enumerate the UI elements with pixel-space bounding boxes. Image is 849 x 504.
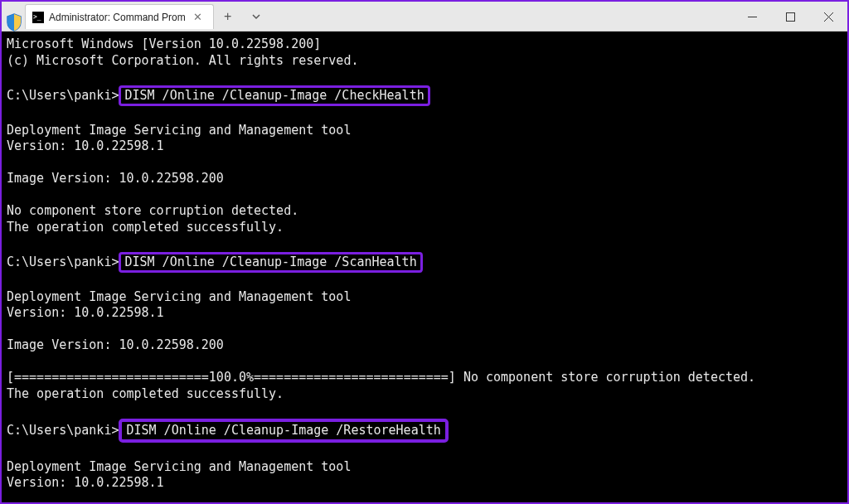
new-tab-button[interactable]: + xyxy=(214,2,242,32)
line-copyright: (c) Microsoft Corporation. All rights re… xyxy=(7,53,358,68)
minimize-button[interactable] xyxy=(733,2,771,32)
line-tool: Deployment Image Servicing and Managemen… xyxy=(7,289,351,304)
line-nocorrupt: No component store corruption detected. xyxy=(7,203,298,218)
terminal-output[interactable]: Microsoft Windows [Version 10.0.22598.20… xyxy=(2,32,847,502)
cmd-scanhealth: DISM /Online /Cleanup-Image /ScanHealth xyxy=(119,252,422,274)
tab-title: Administrator: Command Prom xyxy=(49,12,186,23)
line-opdone: The operation completed successfully. xyxy=(7,220,284,235)
window-frame: Administrator: Command Prom ✕ + Microsof… xyxy=(0,0,849,504)
cmd-restorehealth: DISM /Online /Cleanup-Image /RestoreHeal… xyxy=(119,419,448,443)
cmd-checkhealth: DISM /Online /Cleanup-Image /CheckHealth xyxy=(119,85,429,107)
line-tool: Deployment Image Servicing and Managemen… xyxy=(7,459,351,474)
titlebar[interactable]: Administrator: Command Prom ✕ + xyxy=(2,2,847,32)
line-image-version: Image Version: 10.0.22598.200 xyxy=(7,337,224,352)
line-opdone: The operation completed successfully. xyxy=(7,386,284,401)
prompt: C:\Users\panki> xyxy=(7,254,119,269)
line-tool: Deployment Image Servicing and Managemen… xyxy=(7,123,351,138)
titlebar-drag-area[interactable] xyxy=(270,2,733,31)
tabbar-controls: + xyxy=(214,2,270,31)
close-button[interactable] xyxy=(809,2,847,32)
line-image-version: Image Version: 10.0.22598.200 xyxy=(7,171,224,186)
cmd-icon xyxy=(32,12,44,23)
svg-rect-1 xyxy=(786,12,794,21)
prompt: C:\Users\panki> xyxy=(7,88,119,103)
maximize-button[interactable] xyxy=(771,2,809,32)
line-version: Version: 10.0.22598.1 xyxy=(7,305,164,320)
line-version: Version: 10.0.22598.1 xyxy=(7,475,164,490)
security-shield-icon xyxy=(6,13,22,35)
window-controls xyxy=(733,2,847,31)
line-version: Version: 10.0.22598.1 xyxy=(7,138,164,153)
tab-close-button[interactable]: ✕ xyxy=(191,11,205,23)
prompt: C:\Users\panki> xyxy=(7,423,119,438)
line-progress-scan: [==========================100.0%=======… xyxy=(7,370,755,385)
tab-active[interactable]: Administrator: Command Prom ✕ xyxy=(25,4,214,29)
tab-dropdown-button[interactable] xyxy=(242,2,270,32)
line-winver: Microsoft Windows [Version 10.0.22598.20… xyxy=(7,36,321,51)
